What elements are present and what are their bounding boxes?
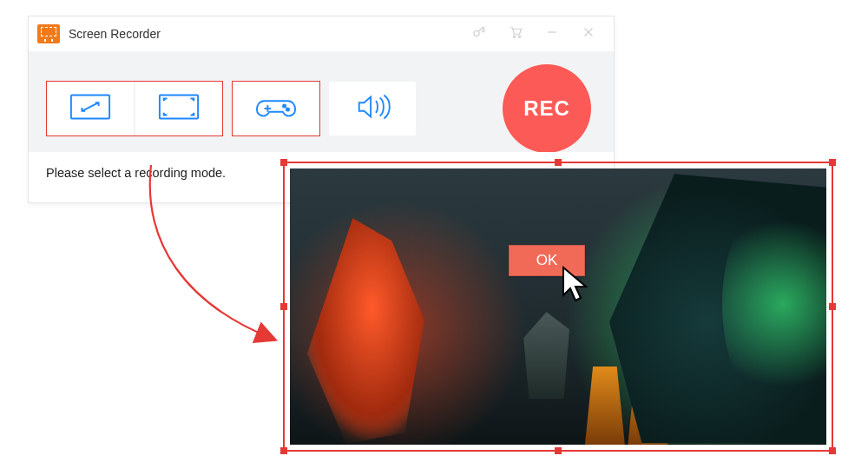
- region-mode-group: [46, 81, 223, 136]
- game-mode-button[interactable]: [233, 82, 319, 135]
- ok-button[interactable]: OK: [509, 245, 585, 276]
- resize-handle-tm[interactable]: [555, 159, 562, 166]
- captured-content-preview: [290, 168, 826, 445]
- record-button[interactable]: REC: [503, 64, 591, 153]
- region-select-icon: [69, 92, 112, 125]
- region-mode-button[interactable]: [47, 82, 134, 135]
- titlebar: Screen Recorder: [29, 17, 614, 51]
- svg-point-1: [513, 36, 515, 37]
- resize-handle-bm[interactable]: [555, 447, 562, 454]
- resize-handle-br[interactable]: [829, 447, 836, 454]
- game-mode-group: [232, 81, 320, 136]
- record-label: REC: [523, 96, 570, 121]
- app-logo-icon: [37, 24, 60, 43]
- cart-icon: [508, 24, 523, 43]
- audio-mode-button[interactable]: [329, 82, 416, 135]
- fullscreen-icon: [157, 92, 201, 125]
- app-title: Screen Recorder: [69, 27, 161, 41]
- minimize-button[interactable]: [534, 17, 570, 51]
- ok-label: OK: [536, 252, 558, 269]
- resize-handle-ml[interactable]: [280, 303, 287, 310]
- speaker-icon: [354, 92, 391, 125]
- activate-key-button[interactable]: [461, 17, 497, 51]
- svg-point-0: [474, 31, 479, 36]
- svg-point-10: [283, 105, 286, 108]
- resize-handle-bl[interactable]: [280, 447, 287, 454]
- store-button[interactable]: [497, 17, 534, 51]
- svg-point-11: [286, 108, 289, 110]
- resize-handle-tl[interactable]: [280, 159, 287, 166]
- mode-toolbar: REC: [29, 51, 614, 152]
- gamepad-icon: [254, 92, 298, 125]
- resize-handle-mr[interactable]: [829, 303, 836, 310]
- svg-point-2: [518, 36, 520, 37]
- key-icon: [471, 24, 487, 43]
- close-icon: [581, 24, 596, 43]
- fullscreen-mode-button[interactable]: [135, 82, 222, 135]
- resize-handle-tr[interactable]: [829, 159, 836, 166]
- close-button[interactable]: [570, 17, 607, 51]
- capture-selection[interactable]: [283, 162, 833, 452]
- minimize-icon: [544, 24, 560, 43]
